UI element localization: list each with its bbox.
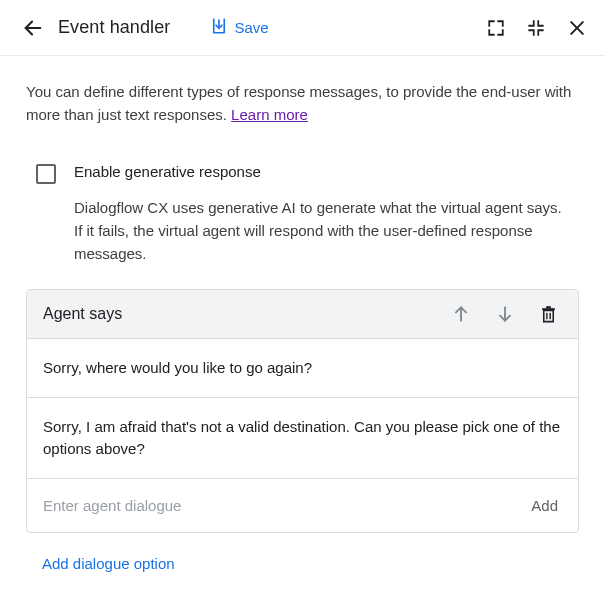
add-response-button[interactable]: Add bbox=[531, 497, 562, 514]
generative-block: Enable generative response Dialogflow CX… bbox=[26, 127, 579, 266]
agent-says-card: Agent says bbox=[26, 289, 579, 532]
agent-dialogue-input[interactable] bbox=[43, 493, 519, 518]
add-dialogue-option-button[interactable]: Add dialogue option bbox=[26, 533, 579, 572]
header-bar: Event handler Save bbox=[0, 0, 605, 56]
svg-rect-9 bbox=[549, 313, 550, 319]
svg-rect-7 bbox=[546, 306, 551, 308]
intro-text: You can define different types of respon… bbox=[26, 80, 579, 127]
save-label: Save bbox=[234, 19, 268, 36]
header-right bbox=[487, 18, 587, 38]
svg-rect-6 bbox=[542, 308, 555, 310]
agent-input-row: Add bbox=[27, 479, 578, 532]
close-icon[interactable] bbox=[567, 18, 587, 38]
save-icon bbox=[210, 17, 228, 38]
delete-icon[interactable] bbox=[539, 305, 558, 324]
page-title: Event handler bbox=[58, 17, 170, 38]
learn-more-link[interactable]: Learn more bbox=[231, 106, 308, 123]
generative-checkbox[interactable] bbox=[36, 164, 56, 184]
agent-response-row[interactable]: Sorry, where would you like to go again? bbox=[27, 339, 578, 398]
agent-response-row[interactable]: Sorry, I am afraid that's not a valid de… bbox=[27, 398, 578, 479]
save-button[interactable]: Save bbox=[210, 17, 268, 38]
exit-fullscreen-icon[interactable] bbox=[527, 19, 545, 37]
agent-says-actions bbox=[451, 304, 558, 324]
panel-body: You can define different types of respon… bbox=[0, 56, 605, 572]
back-arrow-icon[interactable] bbox=[22, 17, 44, 39]
move-down-icon[interactable] bbox=[495, 304, 515, 324]
agent-says-header: Agent says bbox=[27, 290, 578, 339]
generative-label: Enable generative response bbox=[74, 163, 573, 180]
fullscreen-icon[interactable] bbox=[487, 19, 505, 37]
move-up-icon[interactable] bbox=[451, 304, 471, 324]
generative-text: Enable generative response Dialogflow CX… bbox=[74, 163, 573, 266]
generative-description: Dialogflow CX uses generative AI to gene… bbox=[74, 196, 573, 266]
svg-rect-8 bbox=[546, 313, 547, 319]
panel-root: Event handler Save bbox=[0, 0, 605, 606]
agent-says-title: Agent says bbox=[43, 305, 451, 323]
header-left: Event handler bbox=[22, 17, 170, 39]
